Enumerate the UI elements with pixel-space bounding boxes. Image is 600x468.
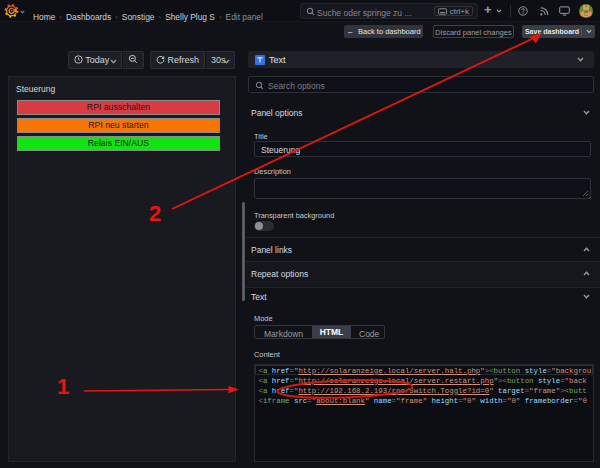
svg-text:2: 2 [149,201,161,226]
svg-text:1: 1 [57,374,69,399]
